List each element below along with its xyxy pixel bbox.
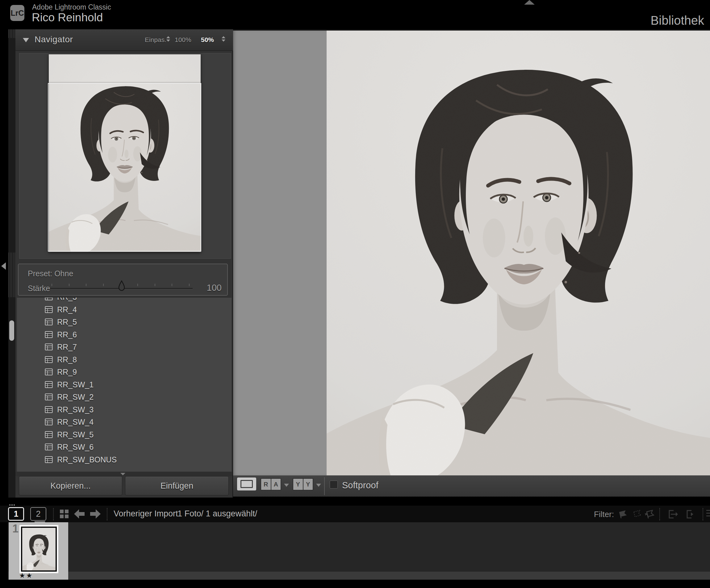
preset-item-rr_3[interactable]: RR_3 xyxy=(17,297,232,303)
second-window-button[interactable]: 2 xyxy=(30,507,46,521)
preset-name: RR_6 xyxy=(57,330,77,339)
compare-letter-r: R xyxy=(261,479,271,490)
survey-dropdown-icon[interactable] xyxy=(316,484,321,487)
navigator-zoom-region-rect[interactable] xyxy=(48,83,201,252)
main-window-button[interactable]: 1 xyxy=(8,507,24,521)
filmstrip-thumbnail-cell[interactable]: 1 ★★ xyxy=(9,522,68,580)
library-toolbar: R A Y Y Softproof xyxy=(233,475,710,497)
preset-table-icon xyxy=(45,418,53,426)
lrc-logo: LrC xyxy=(10,5,24,21)
filter-label: Filter: xyxy=(594,510,614,519)
top-panel-collapse-icon[interactable] xyxy=(524,0,535,5)
monitor-dots-icon xyxy=(9,504,15,505)
loupe-view-icon xyxy=(240,480,253,488)
preset-item-rr_sw_2[interactable]: RR_SW_2 xyxy=(17,391,232,403)
preset-item-rr_sw_3[interactable]: RR_SW_3 xyxy=(17,404,232,416)
softproof-checkbox[interactable] xyxy=(330,480,338,489)
strength-label: Stärke xyxy=(28,284,50,293)
navigator-title: Navigator xyxy=(34,34,73,44)
preset-name: RR_SW_2 xyxy=(57,393,94,402)
previous-photo-icon[interactable] xyxy=(74,509,85,519)
compare-view-button[interactable]: R A xyxy=(261,478,281,491)
filmstrip-source[interactable]: Vorheriger Import xyxy=(114,509,178,519)
preset-name: RR_SW_3 xyxy=(57,405,94,414)
identity-plate-user-name: Rico Reinhold xyxy=(32,11,103,24)
thumbnail-photo[interactable] xyxy=(21,526,57,572)
left-panel-scrollbar[interactable] xyxy=(8,29,16,498)
loupe-background-gutter xyxy=(233,30,327,475)
preset-item-rr_sw_1[interactable]: RR_SW_1 xyxy=(17,379,232,391)
export-with-previous-icon[interactable] xyxy=(683,508,696,520)
preset-name: RR_8 xyxy=(57,355,77,364)
preset-name: RR_SW_1 xyxy=(57,380,94,389)
flag-unflagged-icon[interactable] xyxy=(632,509,643,519)
thumbnail-frame[interactable] xyxy=(20,525,58,573)
preset-item-rr_8[interactable]: RR_8 xyxy=(17,354,232,366)
next-photo-icon[interactable] xyxy=(90,509,101,519)
lightroom-window: LrC Adobe Lightroom Classic Rico Reinhol… xyxy=(0,0,710,588)
export-icon[interactable] xyxy=(666,508,679,520)
preset-name: RR_SW_BONUS xyxy=(57,455,117,464)
survey-view-button[interactable]: Y Y xyxy=(293,478,313,491)
preset-item-rr_sw_5[interactable]: RR_SW_5 xyxy=(17,429,232,441)
strength-value: 100 xyxy=(203,283,222,293)
preset-item-rr_6[interactable]: RR_6 xyxy=(17,329,232,341)
filmstrip-scrollbar-track[interactable] xyxy=(8,572,710,580)
preset-item-rr_9[interactable]: RR_9 xyxy=(17,366,232,378)
preset-list: RR_3 RR_4 RR_5 xyxy=(17,297,232,472)
preset-table-icon xyxy=(45,393,53,401)
preset-table-icon xyxy=(45,443,53,451)
preset-table-icon xyxy=(45,306,53,313)
divider xyxy=(53,508,54,520)
triangle-down-icon[interactable] xyxy=(23,38,29,42)
preset-name: RR_SW_5 xyxy=(57,430,94,439)
zoom-fit-stepper-icon[interactable] xyxy=(166,36,170,42)
grid-view-icon[interactable] xyxy=(60,510,69,518)
preset-item-rr_4[interactable]: RR_4 xyxy=(17,304,232,316)
paste-button[interactable]: Einfügen xyxy=(125,476,229,495)
zoom-50-option[interactable]: 50% xyxy=(201,36,214,44)
triangle-down-icon[interactable] xyxy=(120,473,125,475)
preset-item-rr_7[interactable]: RR_7 xyxy=(17,341,232,353)
preset-table-icon xyxy=(45,381,53,388)
thumbnail-index: 1 xyxy=(13,522,19,535)
compare-dropdown-icon[interactable] xyxy=(284,484,289,487)
copy-button[interactable]: Kopieren... xyxy=(19,476,122,495)
preset-table-icon xyxy=(45,343,53,351)
zoom-stepper-icon[interactable] xyxy=(222,36,226,42)
module-picker-library[interactable]: Bibliothek xyxy=(651,14,704,27)
preset-table-icon xyxy=(45,431,53,438)
filmstrip xyxy=(8,522,710,572)
flag-reject-icon[interactable] xyxy=(644,509,655,519)
strength-slider-handle[interactable] xyxy=(117,280,126,292)
preset-name: RR_9 xyxy=(57,368,77,377)
preset-item-rr_sw_6[interactable]: RR_SW_6 xyxy=(17,441,232,453)
loupe-view-button[interactable] xyxy=(237,477,256,491)
panel-end-strip xyxy=(16,472,233,476)
filmstrip-selection-count: 1 Foto/ 1 ausgewählt/ xyxy=(178,509,257,519)
preset-table-icon xyxy=(45,318,53,326)
panel-grip-texture xyxy=(8,29,16,38)
navigator-header[interactable]: Navigator Einpas. 100% 50% xyxy=(16,29,233,51)
filmstrip-menu-icon[interactable] xyxy=(706,510,710,518)
zoom-fit-option[interactable]: Einpas. xyxy=(145,36,166,44)
divider xyxy=(107,508,108,520)
scrollbar-thumb[interactable] xyxy=(9,321,14,341)
preset-item-rr_sw_4[interactable]: RR_SW_4 xyxy=(17,416,232,428)
preset-table-icon xyxy=(45,406,53,413)
preset-preview-box: Preset: Ohne Stärke 100 xyxy=(18,264,228,296)
preset-table-icon xyxy=(45,368,53,376)
left-panel-collapse-icon[interactable] xyxy=(1,262,6,270)
panel-grip-texture xyxy=(8,253,16,297)
preset-name: RR_3 xyxy=(57,297,77,302)
preset-name: RR_4 xyxy=(57,305,77,314)
loupe-photo[interactable] xyxy=(327,30,710,475)
survey-letter-y1: Y xyxy=(293,479,303,490)
preset-item-rr_sw_bonus[interactable]: RR_SW_BONUS xyxy=(17,454,232,466)
preset-table-icon xyxy=(45,297,53,301)
preset-item-rr_5[interactable]: RR_5 xyxy=(17,316,232,328)
zoom-100-option[interactable]: 100% xyxy=(175,36,191,44)
star-rating[interactable]: ★★ xyxy=(19,572,33,580)
preset-name: RR_5 xyxy=(57,317,77,327)
flag-pick-icon[interactable] xyxy=(617,509,629,519)
